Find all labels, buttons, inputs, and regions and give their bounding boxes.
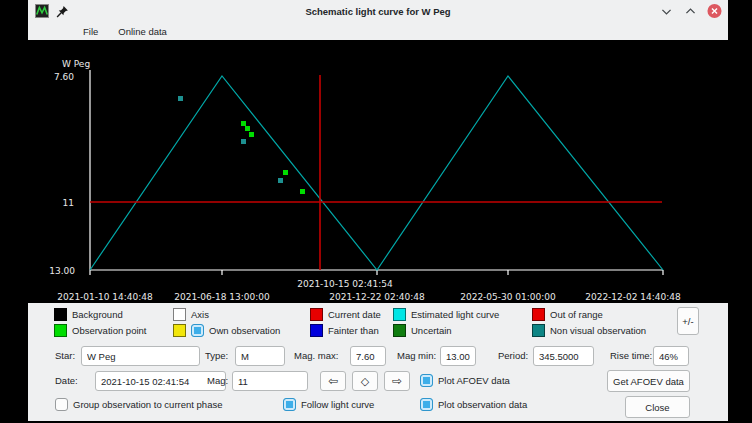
legend-color-swatch	[173, 308, 186, 321]
observation-point	[245, 126, 250, 131]
legend-color-swatch	[310, 324, 323, 337]
get-afoev-button[interactable]: Get AFOEV data	[607, 370, 690, 392]
mag-min-input[interactable]	[440, 346, 476, 366]
next-date-button[interactable]: ⇨	[384, 371, 410, 391]
previous-date-button[interactable]: ⇦	[320, 371, 346, 391]
legend-label: Own observation	[209, 325, 280, 336]
legend-color-swatch	[54, 308, 67, 321]
type-input[interactable]	[235, 346, 285, 366]
legend-color-swatch	[532, 308, 545, 321]
current-phase-button[interactable]: ◇	[352, 371, 378, 391]
x-tick-label-4: 2022-05-30 01:00:00	[460, 292, 556, 302]
period-label: Period:	[498, 346, 528, 366]
mag-label: Mag:	[207, 371, 228, 391]
mag-input[interactable]	[232, 371, 308, 391]
current-date-plot-label: 2021-10-15 02:41:54	[297, 279, 393, 289]
legend-item-out-of-range: Out of range	[532, 307, 603, 321]
x-tick-label-1: 2021-01-10 14:40:48	[57, 292, 153, 302]
window-title: Schematic light curve for W Peg	[28, 6, 728, 17]
x-tick-label-5: 2022-12-02 14:40:48	[585, 292, 681, 302]
non-visual-observation-point	[178, 96, 183, 101]
date-label: Date:	[55, 371, 78, 391]
y-tick-mag-min: 13.00	[49, 266, 75, 276]
observation-point	[241, 121, 246, 126]
close-button[interactable]	[707, 4, 722, 19]
legend-bar: +/- BackgroundObservation pointAxisOwn o…	[28, 303, 728, 341]
type-label: Type:	[205, 346, 228, 366]
follow-light-curve-checkbox[interactable]	[283, 398, 296, 411]
legend-label: Background	[72, 309, 123, 320]
menu-item-online-data[interactable]: Online data	[118, 26, 167, 37]
light-curve-svg: W Peg 7.60 11 13.00 2021-10-15 02:41:54 …	[28, 40, 728, 303]
control-panel: Star: Type: Mag. max: Mag min: Period: R…	[28, 340, 728, 421]
legend-item-observation-point: Observation point	[54, 323, 146, 337]
legend-item-own-observation: Own observation	[173, 323, 280, 337]
legend-item-axis: Axis	[173, 307, 209, 321]
group-observation-checkbox[interactable]	[55, 398, 68, 411]
star-input[interactable]	[81, 346, 200, 366]
legend-color-swatch	[393, 308, 406, 321]
period-input[interactable]	[533, 346, 594, 366]
window-controls	[659, 0, 722, 22]
y-tick-mag-max: 7.60	[54, 72, 74, 82]
x-tick-label-2: 2021-06-18 13:00:00	[174, 292, 270, 302]
rise-time-input[interactable]	[653, 346, 689, 366]
legend-label: Non visual observation	[550, 325, 646, 336]
menubar: File Online data	[28, 22, 728, 40]
plot-afoev-checkbox[interactable]	[420, 374, 433, 387]
star-name-label: W Peg	[62, 59, 90, 69]
non-visual-observation-point	[278, 178, 283, 183]
plot-area[interactable]: W Peg 7.60 11 13.00 2021-10-15 02:41:54 …	[28, 40, 728, 303]
plot-afoev-label: Plot AFOEV data	[438, 374, 510, 387]
legend-color-swatch	[393, 324, 406, 337]
plot-observation-label: Plot observation data	[438, 398, 527, 411]
legend-label: Fainter than	[328, 325, 379, 336]
legend-item-fainter-than: Fainter than	[310, 323, 379, 337]
observation-point	[283, 170, 288, 175]
legend-item-current-date: Current date	[310, 307, 381, 321]
plot-observation-checkbox[interactable]	[420, 398, 433, 411]
legend-label: Observation point	[72, 325, 146, 336]
star-label: Star:	[55, 346, 75, 366]
observation-point	[249, 132, 254, 137]
titlebar: Schematic light curve for W Peg	[28, 0, 728, 23]
legend-color-swatch	[54, 324, 67, 337]
rise-time-label: Rise time:	[610, 346, 652, 366]
follow-light-curve-label: Follow light curve	[301, 398, 374, 411]
mag-max-input[interactable]	[350, 346, 386, 366]
legend-color-swatch	[310, 308, 323, 321]
observation-point	[300, 189, 305, 194]
group-observation-label: Group observation to current phase	[73, 398, 222, 411]
minimize-button[interactable]	[659, 4, 674, 19]
legend-item-uncertain: Uncertain	[393, 323, 452, 337]
legend-label: Out of range	[550, 309, 603, 320]
legend-item-non-visual-observation: Non visual observation	[532, 323, 646, 337]
legend-color-swatch	[173, 324, 186, 337]
mag-max-label: Mag. max:	[294, 346, 338, 366]
legend-label: Axis	[191, 309, 209, 320]
menu-item-file[interactable]: File	[83, 26, 98, 37]
light-curve-window: Schematic light curve for W Peg File	[28, 0, 728, 421]
desktop: Schematic light curve for W Peg File	[0, 0, 752, 423]
legend-item-background: Background	[54, 307, 123, 321]
x-tick-label-3: 2021-12-22 02:40:48	[329, 292, 425, 302]
estimated-light-curve	[90, 76, 663, 270]
legend-item-estimated-light-curve: Estimated light curve	[393, 307, 499, 321]
close-window-button[interactable]: Close	[625, 396, 690, 418]
y-tick-current-mag: 11	[63, 198, 74, 208]
legend-label: Uncertain	[411, 325, 452, 336]
legend-color-swatch	[532, 324, 545, 337]
legend-label: Estimated light curve	[411, 309, 499, 320]
legend-label: Current date	[328, 309, 381, 320]
own-observation-checkbox[interactable]	[191, 324, 204, 337]
maximize-button[interactable]	[683, 4, 698, 19]
non-visual-observation-point	[241, 139, 246, 144]
legend-more-button[interactable]: +/-	[677, 307, 699, 335]
mag-min-label: Mag min:	[397, 346, 436, 366]
